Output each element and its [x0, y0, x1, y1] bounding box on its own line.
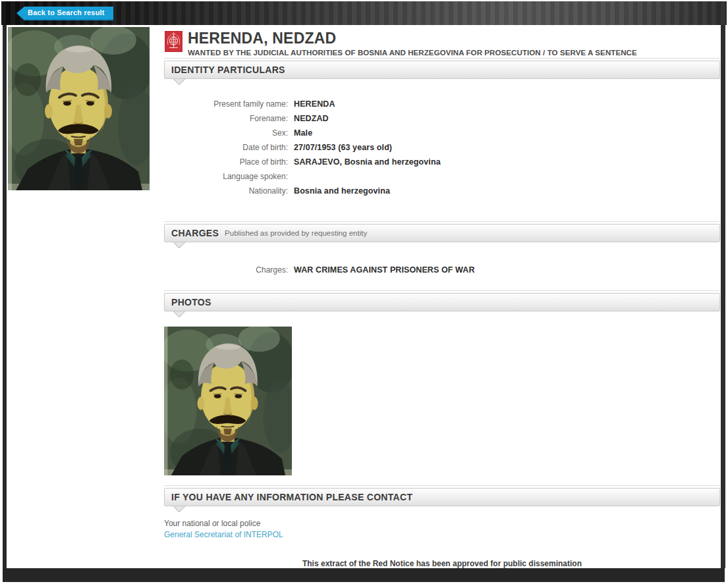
section-title-photos: PHOTOS: [171, 297, 211, 307]
field-label: Language spoken:: [164, 172, 288, 181]
contact-local-police-text: Your national or local police: [164, 519, 720, 528]
section-header-contact: IF YOU HAVE ANY INFORMATION PLEASE CONTA…: [164, 488, 720, 506]
pointer-notch: [164, 242, 720, 248]
field-row-family-name: Present family name: HERENDA: [164, 97, 720, 111]
field-value: SARAJEVO, Bosnia and herzegovina: [294, 157, 441, 167]
right-frame-border: [721, 25, 725, 568]
field-label: Date of birth:: [164, 143, 288, 152]
back-to-search-button[interactable]: Back to Search result: [24, 7, 113, 20]
field-value: 27/07/1953 (63 years old): [294, 143, 392, 152]
notice-main-column: HERENDA, NEDZAD WANTED BY THE JUDICIAL A…: [164, 25, 720, 568]
back-button-label: Back to Search result: [28, 9, 105, 16]
field-row-forename: Forename: NEDZAD: [164, 111, 720, 126]
section-title-contact: IF YOU HAVE ANY INFORMATION PLEASE CONTA…: [171, 492, 412, 502]
back-arrow-icon: [16, 7, 24, 20]
charges-divider: [164, 221, 720, 222]
field-row-place-of-birth: Place of birth: SARAJEVO, Bosnia and her…: [164, 155, 720, 169]
field-row-sex: Sex: Male: [164, 126, 720, 140]
dissemination-footer-note: This extract of the Red Notice has been …: [164, 559, 720, 568]
field-row-date-of-birth: Date of birth: 27/07/1953 (63 years old): [164, 140, 720, 155]
subject-photo-thumbnail: [164, 327, 292, 475]
left-frame-border: [3, 25, 7, 568]
charges-fields: Charges: WAR CRIMES AGAINST PRISONERS OF…: [164, 263, 720, 277]
section-title-charges: CHARGES: [171, 228, 219, 238]
field-label: Nationality:: [164, 186, 288, 196]
pointer-notch: [164, 506, 720, 512]
field-value: Bosnia and herzegovina: [294, 186, 390, 196]
pointer-notch: [164, 311, 720, 317]
interpol-secretariat-link[interactable]: General Secretariat of INTERPOL: [164, 530, 283, 539]
contact-info: Your national or local police General Se…: [164, 519, 720, 540]
identity-fields: Present family name: HERENDA Forename: N…: [164, 97, 720, 198]
section-title-identity: IDENTITY PARTICULARS: [171, 65, 285, 75]
photos-divider: [164, 290, 720, 291]
header-divider: [164, 58, 720, 59]
subject-photo-large: [8, 27, 150, 190]
field-row-language-spoken: Language spoken:: [164, 169, 720, 184]
pointer-notch: [164, 78, 720, 85]
field-label: Sex:: [164, 128, 288, 138]
field-row-charges: Charges: WAR CRIMES AGAINST PRISONERS OF…: [164, 263, 720, 277]
section-header-identity: IDENTITY PARTICULARS: [164, 61, 720, 79]
field-label: Charges:: [164, 265, 288, 275]
contact-divider: [164, 485, 720, 486]
field-value: Male: [294, 128, 312, 138]
field-value: HERENDA: [294, 99, 335, 109]
subject-name-title: HERENDA, NEDZAD: [188, 30, 637, 46]
notice-header: HERENDA, NEDZAD WANTED BY THE JUDICIAL A…: [165, 30, 720, 57]
interpol-emblem-icon: [165, 31, 182, 52]
section-header-photos: PHOTOS: [164, 293, 720, 311]
wanted-subtitle: WANTED BY THE JUDICIAL AUTHORITIES OF BO…: [188, 49, 637, 57]
field-value: WAR CRIMES AGAINST PRISONERS OF WAR: [294, 265, 475, 275]
field-row-nationality: Nationality: Bosnia and herzegovina: [164, 184, 720, 198]
field-label: Present family name:: [164, 99, 288, 109]
section-header-charges: CHARGES Published as provided by request…: [164, 224, 720, 242]
bottom-frame-bar: [3, 568, 725, 582]
notice-title-block: HERENDA, NEDZAD WANTED BY THE JUDICIAL A…: [188, 30, 637, 57]
charges-note: Published as provided by requesting enti…: [225, 229, 367, 237]
red-notice-page: Back to Search result: [0, 0, 728, 584]
field-label: Forename:: [164, 114, 288, 123]
field-value: NEDZAD: [294, 114, 329, 123]
field-label: Place of birth:: [164, 157, 288, 167]
